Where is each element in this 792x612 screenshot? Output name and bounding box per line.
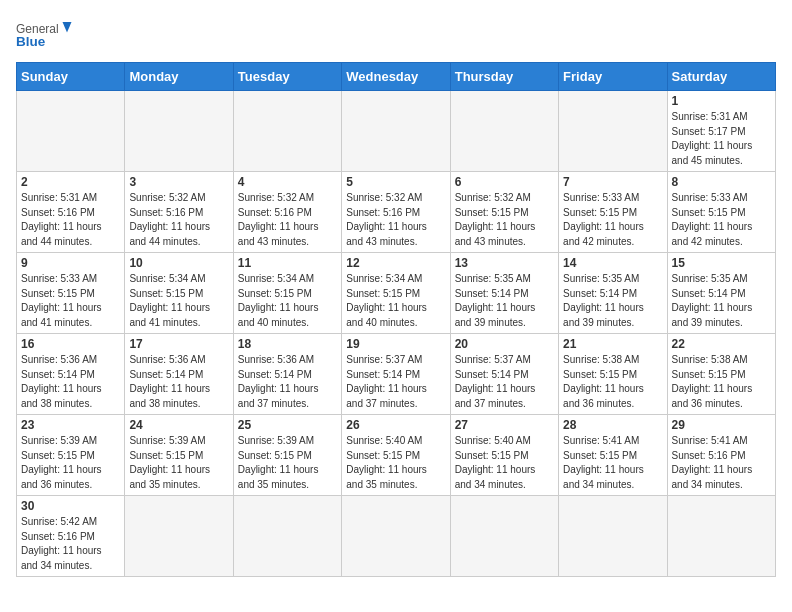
day-number: 18 [238, 337, 337, 351]
calendar-cell: 13Sunrise: 5:35 AM Sunset: 5:14 PM Dayli… [450, 253, 558, 334]
calendar-cell: 12Sunrise: 5:34 AM Sunset: 5:15 PM Dayli… [342, 253, 450, 334]
calendar-cell: 5Sunrise: 5:32 AM Sunset: 5:16 PM Daylig… [342, 172, 450, 253]
day-number: 7 [563, 175, 662, 189]
calendar-cell: 26Sunrise: 5:40 AM Sunset: 5:15 PM Dayli… [342, 415, 450, 496]
page-header: General Blue [16, 16, 776, 54]
day-number: 1 [672, 94, 771, 108]
calendar-cell [342, 496, 450, 577]
calendar-cell: 20Sunrise: 5:37 AM Sunset: 5:14 PM Dayli… [450, 334, 558, 415]
day-info: Sunrise: 5:34 AM Sunset: 5:15 PM Dayligh… [129, 272, 228, 330]
day-info: Sunrise: 5:34 AM Sunset: 5:15 PM Dayligh… [238, 272, 337, 330]
calendar-cell: 17Sunrise: 5:36 AM Sunset: 5:14 PM Dayli… [125, 334, 233, 415]
calendar-week-5: 30Sunrise: 5:42 AM Sunset: 5:16 PM Dayli… [17, 496, 776, 577]
calendar-week-3: 16Sunrise: 5:36 AM Sunset: 5:14 PM Dayli… [17, 334, 776, 415]
calendar-cell: 6Sunrise: 5:32 AM Sunset: 5:15 PM Daylig… [450, 172, 558, 253]
weekday-header-tuesday: Tuesday [233, 63, 341, 91]
calendar-cell: 3Sunrise: 5:32 AM Sunset: 5:16 PM Daylig… [125, 172, 233, 253]
day-number: 25 [238, 418, 337, 432]
calendar-cell: 18Sunrise: 5:36 AM Sunset: 5:14 PM Dayli… [233, 334, 341, 415]
calendar-cell: 7Sunrise: 5:33 AM Sunset: 5:15 PM Daylig… [559, 172, 667, 253]
day-number: 13 [455, 256, 554, 270]
day-info: Sunrise: 5:41 AM Sunset: 5:16 PM Dayligh… [672, 434, 771, 492]
day-info: Sunrise: 5:41 AM Sunset: 5:15 PM Dayligh… [563, 434, 662, 492]
calendar-cell: 1Sunrise: 5:31 AM Sunset: 5:17 PM Daylig… [667, 91, 775, 172]
day-number: 20 [455, 337, 554, 351]
day-number: 24 [129, 418, 228, 432]
day-info: Sunrise: 5:37 AM Sunset: 5:14 PM Dayligh… [455, 353, 554, 411]
calendar-week-1: 2Sunrise: 5:31 AM Sunset: 5:16 PM Daylig… [17, 172, 776, 253]
day-number: 29 [672, 418, 771, 432]
day-number: 10 [129, 256, 228, 270]
day-number: 26 [346, 418, 445, 432]
day-info: Sunrise: 5:37 AM Sunset: 5:14 PM Dayligh… [346, 353, 445, 411]
day-info: Sunrise: 5:39 AM Sunset: 5:15 PM Dayligh… [129, 434, 228, 492]
day-number: 9 [21, 256, 120, 270]
day-info: Sunrise: 5:39 AM Sunset: 5:15 PM Dayligh… [238, 434, 337, 492]
calendar-cell [342, 91, 450, 172]
calendar-cell: 10Sunrise: 5:34 AM Sunset: 5:15 PM Dayli… [125, 253, 233, 334]
weekday-header-monday: Monday [125, 63, 233, 91]
logo-area: General Blue [16, 16, 76, 54]
weekday-header-friday: Friday [559, 63, 667, 91]
day-info: Sunrise: 5:31 AM Sunset: 5:17 PM Dayligh… [672, 110, 771, 168]
day-info: Sunrise: 5:33 AM Sunset: 5:15 PM Dayligh… [672, 191, 771, 249]
day-info: Sunrise: 5:42 AM Sunset: 5:16 PM Dayligh… [21, 515, 120, 573]
calendar-table: SundayMondayTuesdayWednesdayThursdayFrid… [16, 62, 776, 577]
weekday-header-row: SundayMondayTuesdayWednesdayThursdayFrid… [17, 63, 776, 91]
calendar-cell: 23Sunrise: 5:39 AM Sunset: 5:15 PM Dayli… [17, 415, 125, 496]
day-info: Sunrise: 5:40 AM Sunset: 5:15 PM Dayligh… [346, 434, 445, 492]
calendar-cell [450, 91, 558, 172]
day-info: Sunrise: 5:33 AM Sunset: 5:15 PM Dayligh… [563, 191, 662, 249]
day-info: Sunrise: 5:31 AM Sunset: 5:16 PM Dayligh… [21, 191, 120, 249]
svg-text:Blue: Blue [16, 34, 46, 49]
day-number: 15 [672, 256, 771, 270]
day-info: Sunrise: 5:35 AM Sunset: 5:14 PM Dayligh… [563, 272, 662, 330]
calendar-cell: 29Sunrise: 5:41 AM Sunset: 5:16 PM Dayli… [667, 415, 775, 496]
day-number: 14 [563, 256, 662, 270]
calendar-week-2: 9Sunrise: 5:33 AM Sunset: 5:15 PM Daylig… [17, 253, 776, 334]
generalblue-logo: General Blue [16, 16, 76, 52]
calendar-cell [233, 496, 341, 577]
day-info: Sunrise: 5:38 AM Sunset: 5:15 PM Dayligh… [672, 353, 771, 411]
day-number: 5 [346, 175, 445, 189]
day-number: 22 [672, 337, 771, 351]
calendar-cell: 11Sunrise: 5:34 AM Sunset: 5:15 PM Dayli… [233, 253, 341, 334]
weekday-header-wednesday: Wednesday [342, 63, 450, 91]
day-info: Sunrise: 5:32 AM Sunset: 5:16 PM Dayligh… [346, 191, 445, 249]
calendar-week-0: 1Sunrise: 5:31 AM Sunset: 5:17 PM Daylig… [17, 91, 776, 172]
day-info: Sunrise: 5:32 AM Sunset: 5:16 PM Dayligh… [238, 191, 337, 249]
calendar-cell: 27Sunrise: 5:40 AM Sunset: 5:15 PM Dayli… [450, 415, 558, 496]
calendar-cell: 2Sunrise: 5:31 AM Sunset: 5:16 PM Daylig… [17, 172, 125, 253]
svg-marker-2 [63, 22, 72, 33]
calendar-cell: 21Sunrise: 5:38 AM Sunset: 5:15 PM Dayli… [559, 334, 667, 415]
day-number: 21 [563, 337, 662, 351]
weekday-header-thursday: Thursday [450, 63, 558, 91]
day-number: 27 [455, 418, 554, 432]
calendar-cell [559, 91, 667, 172]
day-number: 11 [238, 256, 337, 270]
calendar-cell: 15Sunrise: 5:35 AM Sunset: 5:14 PM Dayli… [667, 253, 775, 334]
calendar-body: 1Sunrise: 5:31 AM Sunset: 5:17 PM Daylig… [17, 91, 776, 577]
day-number: 4 [238, 175, 337, 189]
day-number: 28 [563, 418, 662, 432]
calendar-header: SundayMondayTuesdayWednesdayThursdayFrid… [17, 63, 776, 91]
calendar-cell: 22Sunrise: 5:38 AM Sunset: 5:15 PM Dayli… [667, 334, 775, 415]
calendar-cell [450, 496, 558, 577]
calendar-cell [125, 496, 233, 577]
calendar-cell: 28Sunrise: 5:41 AM Sunset: 5:15 PM Dayli… [559, 415, 667, 496]
calendar-cell: 25Sunrise: 5:39 AM Sunset: 5:15 PM Dayli… [233, 415, 341, 496]
day-info: Sunrise: 5:39 AM Sunset: 5:15 PM Dayligh… [21, 434, 120, 492]
day-info: Sunrise: 5:32 AM Sunset: 5:15 PM Dayligh… [455, 191, 554, 249]
calendar-cell: 24Sunrise: 5:39 AM Sunset: 5:15 PM Dayli… [125, 415, 233, 496]
calendar-cell [125, 91, 233, 172]
calendar-cell: 4Sunrise: 5:32 AM Sunset: 5:16 PM Daylig… [233, 172, 341, 253]
calendar-week-4: 23Sunrise: 5:39 AM Sunset: 5:15 PM Dayli… [17, 415, 776, 496]
day-number: 12 [346, 256, 445, 270]
day-info: Sunrise: 5:36 AM Sunset: 5:14 PM Dayligh… [21, 353, 120, 411]
calendar-cell: 9Sunrise: 5:33 AM Sunset: 5:15 PM Daylig… [17, 253, 125, 334]
weekday-header-sunday: Sunday [17, 63, 125, 91]
day-info: Sunrise: 5:32 AM Sunset: 5:16 PM Dayligh… [129, 191, 228, 249]
calendar-cell [233, 91, 341, 172]
day-info: Sunrise: 5:35 AM Sunset: 5:14 PM Dayligh… [455, 272, 554, 330]
day-number: 3 [129, 175, 228, 189]
